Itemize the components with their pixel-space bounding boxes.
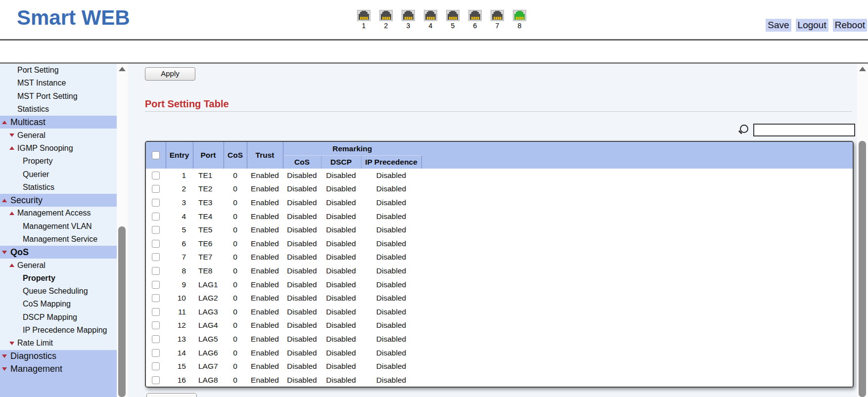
content-scrollbar[interactable] xyxy=(857,64,868,397)
cell-entry: 9 xyxy=(166,278,193,292)
cell-port: LAG7 xyxy=(193,359,224,373)
table-row: 14LAG60EnabledDisabledDisabledDisabled xyxy=(146,346,853,360)
cell-port: TE4 xyxy=(193,210,224,223)
row-checkbox[interactable] xyxy=(152,281,160,289)
row-checkbox[interactable] xyxy=(152,240,160,248)
row-checkbox[interactable] xyxy=(152,226,160,234)
table-row: 2TE20EnabledDisabledDisabledDisabled xyxy=(146,182,853,196)
search-input[interactable] xyxy=(753,124,855,136)
sidebar-item-management-service[interactable]: Management Service xyxy=(0,233,117,246)
cell-cos: 0 xyxy=(224,169,247,182)
sidebar-item-querier[interactable]: Querier xyxy=(0,168,117,180)
row-checkbox[interactable] xyxy=(152,335,160,343)
sidebar-item-label: Statistics xyxy=(0,105,49,114)
sidebar-item-dscp-mapping[interactable]: DSCP Mapping xyxy=(0,311,117,324)
cell-checkbox xyxy=(146,210,166,223)
col-header-entry: Entry xyxy=(166,142,193,169)
row-checkbox[interactable] xyxy=(152,253,160,261)
save-button[interactable]: Save xyxy=(766,19,791,32)
page: Smart WEB 12345678 SaveLogoutReboot RTL-… xyxy=(0,0,868,397)
sidebar-item-general[interactable]: General xyxy=(0,259,117,271)
sidebar-item-igmp-snooping[interactable]: IGMP Snooping xyxy=(0,142,117,155)
sidebar-item-property[interactable]: Property xyxy=(0,272,117,285)
expand-down-icon xyxy=(2,251,7,254)
cell-remark-cos: Disabled xyxy=(283,223,321,237)
cell-trust: Enabled xyxy=(247,359,283,373)
reboot-button[interactable]: Reboot xyxy=(833,19,867,32)
cell-port: LAG4 xyxy=(193,319,224,333)
cell-remark-dscp: Disabled xyxy=(321,319,361,333)
sidebar-item-port-setting[interactable]: Port Setting xyxy=(0,64,117,77)
cell-trust: Enabled xyxy=(247,305,283,319)
cell-cos: 0 xyxy=(224,346,247,360)
sidebar-item-cos-mapping[interactable]: CoS Mapping xyxy=(0,298,117,310)
row-checkbox[interactable] xyxy=(152,349,160,357)
cell-entry: 2 xyxy=(166,182,193,196)
row-checkbox[interactable] xyxy=(152,185,160,193)
row-checkbox[interactable] xyxy=(152,172,160,179)
subcol-header-ip-precedence: IP Precedence xyxy=(361,156,421,169)
cell-remark-ip-precedence: Disabled xyxy=(361,182,421,196)
cell-filler xyxy=(421,332,853,346)
select-all-cell xyxy=(146,142,166,169)
port-number-label: 8 xyxy=(513,23,526,29)
sidebar-item-general[interactable]: General xyxy=(0,129,117,141)
row-checkbox[interactable] xyxy=(152,267,160,275)
cell-remark-ip-precedence: Disabled xyxy=(361,305,421,319)
content-scrollbar-thumb[interactable] xyxy=(859,141,866,397)
sidebar-item-mst-instance[interactable]: MST Instance xyxy=(0,77,117,89)
port-1-status: 1 xyxy=(357,10,370,29)
port-6-status: 6 xyxy=(468,10,482,29)
cell-checkbox xyxy=(146,196,166,210)
rj45-port-icon xyxy=(379,10,393,21)
sidebar-item-security[interactable]: Security xyxy=(0,194,117,207)
row-checkbox[interactable] xyxy=(152,308,160,316)
sidebar-item-management-access[interactable]: Management Access xyxy=(0,207,117,220)
cell-entry: 15 xyxy=(166,359,193,373)
cell-checkbox xyxy=(146,346,166,360)
cell-remark-ip-precedence: Disabled xyxy=(361,210,421,223)
row-checkbox[interactable] xyxy=(152,199,160,207)
cell-trust: Enabled xyxy=(247,291,283,305)
cell-filler xyxy=(421,291,853,305)
scroll-up-icon[interactable] xyxy=(119,67,126,71)
sidebar-item-rate-limit[interactable]: Rate Limit xyxy=(0,337,117,350)
row-checkbox[interactable] xyxy=(152,294,160,302)
sidebar-item-multicast[interactable]: Multicast xyxy=(0,116,117,129)
sidebar-item-mst-port-setting[interactable]: MST Port Setting xyxy=(0,90,117,103)
sidebar-item-qos[interactable]: QoS xyxy=(0,246,117,259)
select-all-checkbox[interactable] xyxy=(152,151,160,159)
row-checkbox[interactable] xyxy=(152,362,160,370)
partial-bottom-button[interactable] xyxy=(146,393,197,397)
cell-checkbox xyxy=(146,332,166,346)
expand-up-icon xyxy=(9,264,14,267)
sidebar-item-statistics[interactable]: Statistics xyxy=(0,103,117,116)
sidebar-scrollbar[interactable] xyxy=(117,64,128,397)
table-row: 11LAG30EnabledDisabledDisabledDisabled xyxy=(146,305,853,319)
sidebar-item-property[interactable]: Property xyxy=(0,155,117,168)
subheader: RTL-8XGT QoS››General››Property xyxy=(0,41,868,62)
cell-remark-ip-precedence: Disabled xyxy=(361,237,421,251)
sidebar-item-statistics[interactable]: Statistics xyxy=(0,181,117,194)
row-checkbox[interactable] xyxy=(152,213,160,221)
cell-checkbox xyxy=(146,278,166,292)
sidebar-item-ip-precedence-mapping[interactable]: IP Precedence Mapping xyxy=(0,324,117,337)
cell-remark-dscp: Disabled xyxy=(321,237,361,251)
sidebar-item-management-vlan[interactable]: Management VLAN xyxy=(0,220,117,233)
sidebar-item-label: Property xyxy=(0,157,52,166)
cell-port: LAG2 xyxy=(193,291,224,305)
cell-remark-ip-precedence: Disabled xyxy=(361,319,421,333)
sidebar-item-diagnostics[interactable]: Diagnostics xyxy=(0,350,117,363)
sidebar-scrollbar-thumb[interactable] xyxy=(118,226,126,397)
row-checkbox[interactable] xyxy=(152,321,160,329)
logout-button[interactable]: Logout xyxy=(796,19,828,32)
cell-filler xyxy=(421,346,853,360)
cell-remark-dscp: Disabled xyxy=(321,373,361,387)
sidebar-item-queue-scheduling[interactable]: Queue Scheduling xyxy=(0,285,117,298)
sidebar-item-management[interactable]: Management xyxy=(0,363,117,376)
cell-remark-cos: Disabled xyxy=(283,346,321,360)
col-header-port: Port xyxy=(193,142,224,169)
apply-button[interactable]: Apply xyxy=(145,67,195,81)
scroll-up-icon[interactable] xyxy=(859,67,866,71)
row-checkbox[interactable] xyxy=(152,376,160,384)
